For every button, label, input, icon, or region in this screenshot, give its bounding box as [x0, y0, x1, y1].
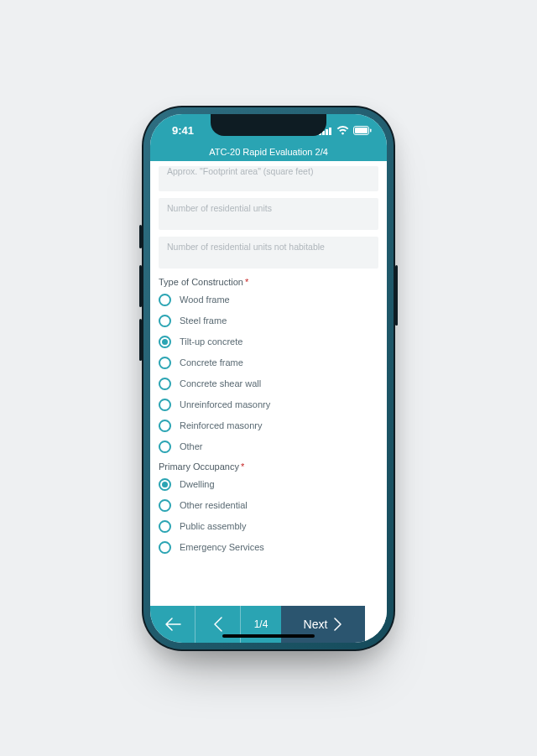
radio-icon	[159, 541, 171, 554]
side-button-power	[395, 265, 398, 326]
occupancy-option-dwelling[interactable]: Dwelling	[159, 478, 378, 491]
side-button-volup	[139, 265, 142, 307]
page-title: ATC-20 Rapid Evaluation 2/4	[209, 147, 328, 157]
phone-frame: 9:41 ATC-20 Rapid Evaluation 2/4 Approx.…	[142, 106, 395, 651]
construction-label: Type of Construction*	[159, 277, 378, 287]
construction-option-steel-frame[interactable]: Steel frame	[159, 315, 378, 327]
app-header: ATC-20 Rapid Evaluation 2/4	[150, 143, 387, 161]
wifi-icon	[336, 126, 349, 135]
footprint-field[interactable]: Approx. "Footprint area" (square feet)	[159, 166, 378, 191]
chevron-right-icon	[334, 618, 342, 631]
units-placeholder: Number of residential units	[167, 203, 272, 213]
option-label: Public assembly	[180, 521, 246, 531]
option-label: Wood frame	[180, 295, 230, 305]
construction-option-other[interactable]: Other	[159, 441, 378, 453]
page-indicator-text: 1/4	[254, 618, 268, 630]
occupancy-option-emergency-services[interactable]: Emergency Services	[159, 541, 378, 554]
radio-icon	[159, 478, 171, 491]
construction-option-wood-frame[interactable]: Wood frame	[159, 294, 378, 306]
radio-icon	[159, 399, 171, 411]
svg-rect-2	[326, 129, 328, 135]
side-button-voldown	[139, 319, 142, 361]
required-icon: *	[241, 461, 244, 472]
construction-option-reinforced-masonry[interactable]: Reinforced masonry	[159, 420, 378, 432]
radio-icon	[159, 336, 171, 348]
radio-icon	[159, 499, 171, 512]
svg-rect-3	[329, 128, 331, 135]
occupancy-option-public-assembly[interactable]: Public assembly	[159, 520, 378, 533]
occupancy-option-other-residential[interactable]: Other residential	[159, 499, 378, 512]
construction-option-tilt-up-concrete[interactable]: Tilt-up concrete	[159, 336, 378, 348]
option-label: Other residential	[180, 500, 248, 510]
radio-icon	[159, 520, 171, 533]
option-label: Concrete frame	[180, 357, 243, 368]
arrow-left-icon	[164, 618, 181, 631]
occupancy-label: Primary Occupancy*	[159, 461, 378, 472]
battery-icon	[353, 126, 372, 135]
form-area[interactable]: Approx. "Footprint area" (square feet) N…	[150, 161, 387, 606]
option-label: Tilt-up concrete	[180, 336, 242, 347]
nav-spacer	[365, 606, 387, 643]
uninhabitable-placeholder: Number of residential units not habitabl…	[167, 242, 325, 252]
status-icons	[319, 126, 372, 135]
uninhabitable-field[interactable]: Number of residential units not habitabl…	[159, 237, 378, 269]
chevron-left-icon	[213, 617, 223, 632]
notch	[211, 114, 326, 136]
radio-icon	[159, 378, 171, 390]
home-indicator[interactable]	[222, 634, 315, 638]
radio-icon	[159, 294, 171, 306]
option-label: Dwelling	[180, 479, 215, 489]
side-button-silent	[139, 225, 142, 248]
occupancy-label-text: Primary Occupancy	[159, 461, 239, 472]
back-button[interactable]	[150, 606, 196, 643]
option-label: Emergency Services	[180, 542, 264, 552]
footprint-placeholder: Approx. "Footprint area" (square feet)	[167, 166, 313, 176]
svg-rect-6	[370, 129, 372, 133]
construction-option-unreinforced-masonry[interactable]: Unreinforced masonry	[159, 399, 378, 411]
required-icon: *	[245, 277, 248, 287]
construction-option-concrete-shear-wall[interactable]: Concrete shear wall	[159, 378, 378, 390]
screen: 9:41 ATC-20 Rapid Evaluation 2/4 Approx.…	[150, 114, 387, 643]
option-label: Concrete shear wall	[180, 378, 261, 388]
option-label: Unreinforced masonry	[180, 399, 270, 409]
radio-icon	[159, 315, 171, 327]
radio-icon	[159, 357, 171, 369]
units-field[interactable]: Number of residential units	[159, 198, 378, 230]
radio-icon	[159, 420, 171, 432]
option-label: Reinforced masonry	[180, 420, 262, 430]
status-time: 9:41	[172, 124, 194, 137]
construction-option-concrete-frame[interactable]: Concrete frame	[159, 357, 378, 369]
next-button-label: Next	[304, 618, 328, 631]
construction-label-text: Type of Construction	[159, 277, 243, 287]
radio-icon	[159, 441, 171, 453]
svg-rect-5	[355, 128, 368, 133]
option-label: Steel frame	[180, 315, 227, 326]
option-label: Other	[180, 441, 203, 451]
